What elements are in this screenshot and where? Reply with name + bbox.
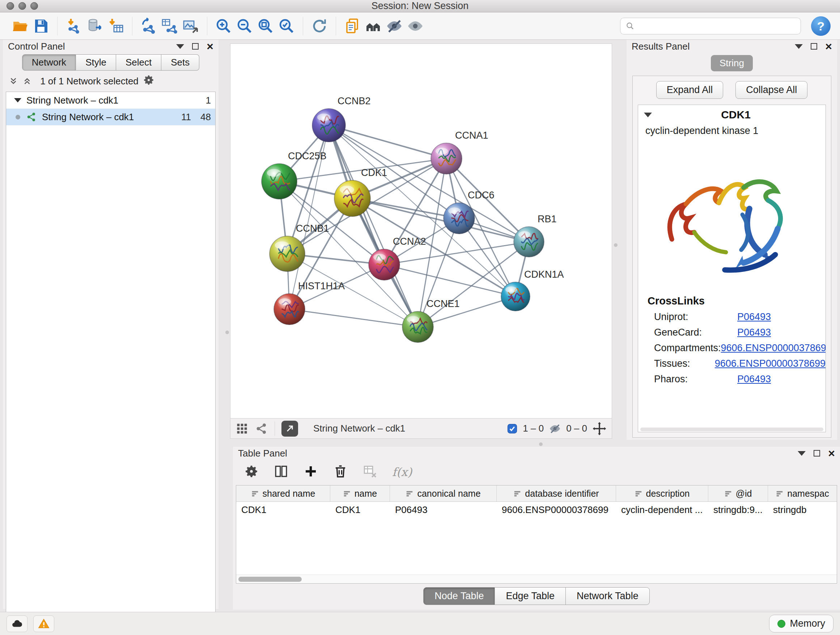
tab-sets[interactable]: Sets bbox=[161, 54, 199, 71]
splitter-handle[interactable] bbox=[614, 243, 617, 247]
collapse-panel-button[interactable] bbox=[176, 44, 184, 49]
cell-shared-name[interactable]: CDK1 bbox=[236, 502, 330, 518]
tab-style[interactable]: Style bbox=[76, 54, 116, 71]
network-edge[interactable] bbox=[329, 125, 418, 327]
birds-eye-view-button[interactable] bbox=[235, 422, 248, 435]
network-from-selection-button[interactable] bbox=[138, 16, 159, 36]
toolbar-separator bbox=[132, 17, 133, 35]
zoom-fit-button[interactable] bbox=[255, 16, 276, 36]
hidden-eye-off-icon[interactable] bbox=[549, 423, 561, 435]
search-input[interactable] bbox=[638, 21, 796, 32]
entry-collapse-icon[interactable] bbox=[644, 112, 652, 117]
network-canvas[interactable]: CCNB2CCNA1CDC25BCDK1CDC6RB1CCNB1CCNA2CDK… bbox=[231, 44, 612, 418]
tree-expand-icon[interactable] bbox=[14, 98, 21, 103]
float-table-button[interactable] bbox=[813, 450, 820, 456]
results-scrollbar[interactable] bbox=[640, 428, 823, 431]
delete-column-button[interactable] bbox=[333, 464, 348, 480]
pharos-link[interactable]: P06493 bbox=[737, 374, 771, 385]
tab-edge-table[interactable]: Edge Table bbox=[495, 587, 566, 605]
scrollbar-thumb[interactable] bbox=[238, 577, 302, 582]
column-header-id[interactable]: @id bbox=[708, 486, 768, 501]
cell-id[interactable]: stringdb:9... bbox=[708, 502, 768, 518]
tab-select[interactable]: Select bbox=[116, 54, 161, 71]
collapse-results-button[interactable] bbox=[795, 44, 803, 49]
import-network-from-file-button[interactable] bbox=[63, 16, 84, 36]
expand-all-networks-button[interactable] bbox=[9, 76, 18, 86]
compartments-link[interactable]: 9606.ENSP00000378699 bbox=[721, 342, 826, 354]
splitter-handle[interactable] bbox=[225, 331, 229, 334]
column-header-database-identifier[interactable]: database identifier bbox=[497, 486, 616, 501]
close-table-button[interactable]: × bbox=[828, 448, 835, 459]
cell-description[interactable]: cyclin-dependent ... bbox=[616, 502, 708, 518]
string-results-box: Expand All Collapse All CDK1 cyclin-depe… bbox=[632, 76, 831, 438]
show-all-button[interactable] bbox=[405, 16, 426, 36]
save-session-button[interactable] bbox=[30, 16, 51, 36]
hide-selected-button[interactable] bbox=[384, 16, 405, 36]
detach-view-button[interactable] bbox=[281, 421, 298, 437]
apply-layout-button[interactable] bbox=[309, 16, 330, 36]
node-label: CCNE1 bbox=[426, 298, 460, 309]
zoom-in-button[interactable] bbox=[213, 16, 234, 36]
tab-network-table[interactable]: Network Table bbox=[566, 587, 650, 605]
cloud-status-button[interactable] bbox=[6, 616, 27, 632]
home-button[interactable] bbox=[363, 16, 384, 36]
duplicate-document-button[interactable] bbox=[342, 16, 363, 36]
tab-node-table[interactable]: Node Table bbox=[423, 587, 495, 605]
chevron-down-icon bbox=[176, 44, 184, 49]
cell-namespace[interactable]: stringdb bbox=[768, 502, 837, 518]
column-header-name[interactable]: name bbox=[330, 486, 390, 501]
float-panel-button[interactable] bbox=[192, 43, 199, 50]
network-overview-button[interactable] bbox=[255, 422, 268, 435]
show-columns-button[interactable] bbox=[273, 464, 289, 480]
table-horizontal-scrollbar bbox=[236, 575, 837, 583]
zoom-in-icon bbox=[215, 17, 232, 35]
table-row[interactable]: CDK1 CDK1 P06493 9606.ENSP00000378699 cy… bbox=[236, 502, 837, 518]
network-edge[interactable] bbox=[289, 309, 418, 327]
column-header-shared-name[interactable]: shared name bbox=[236, 486, 330, 501]
move-crosshair-icon[interactable] bbox=[592, 421, 607, 436]
splitter-handle[interactable] bbox=[539, 442, 543, 446]
expand-all-button[interactable]: Expand All bbox=[656, 81, 723, 99]
column-header-description[interactable]: description bbox=[616, 486, 708, 501]
column-header-namespace[interactable]: namespac bbox=[768, 486, 837, 501]
table-options-button[interactable] bbox=[244, 464, 259, 480]
network-options-button[interactable] bbox=[142, 74, 155, 89]
collapse-table-button[interactable] bbox=[798, 451, 806, 456]
string-tab-badge[interactable]: String bbox=[711, 55, 753, 71]
column-header-canonical-name[interactable]: canonical name bbox=[390, 486, 497, 501]
column-type-icon bbox=[251, 489, 259, 497]
uniprot-link[interactable]: P06493 bbox=[737, 311, 771, 323]
collapse-all-networks-button[interactable] bbox=[22, 76, 32, 86]
network-node-ccne1[interactable] bbox=[402, 311, 433, 342]
export-image-button[interactable] bbox=[180, 16, 201, 36]
memory-button[interactable]: Memory bbox=[769, 615, 834, 632]
clear-table-button-disabled[interactable] bbox=[363, 464, 378, 480]
network-node-rb1[interactable] bbox=[514, 226, 544, 257]
control-panel: Control Panel × Network Style Select Set… bbox=[3, 40, 218, 609]
help-button[interactable]: ? bbox=[811, 16, 831, 36]
network-collection-row[interactable]: String Network – cdk1 1 bbox=[6, 92, 215, 109]
cell-name[interactable]: CDK1 bbox=[330, 502, 390, 518]
open-session-button[interactable] bbox=[9, 16, 30, 36]
network-from-table-button[interactable] bbox=[159, 16, 180, 36]
function-builder-button[interactable]: f(x) bbox=[392, 465, 412, 479]
cloud-icon bbox=[11, 618, 23, 630]
tab-network[interactable]: Network bbox=[22, 54, 76, 71]
zoom-selected-button[interactable] bbox=[276, 16, 297, 36]
close-panel-button[interactable]: × bbox=[207, 41, 213, 52]
warnings-button[interactable] bbox=[33, 616, 54, 632]
network-row-selected[interactable]: String Network – cdk1 11 48 bbox=[6, 109, 215, 125]
tissues-link[interactable]: 9606.ENSP00000378699 bbox=[715, 358, 826, 369]
add-column-button[interactable] bbox=[303, 464, 318, 480]
selected-nodes-checkbox-icon[interactable] bbox=[507, 423, 518, 434]
genecard-link[interactable]: P06493 bbox=[737, 327, 771, 338]
network-node-cdc25b[interactable] bbox=[262, 164, 297, 199]
zoom-out-button[interactable] bbox=[234, 16, 255, 36]
collapse-all-button[interactable]: Collapse All bbox=[736, 81, 807, 99]
import-table-button[interactable] bbox=[105, 16, 126, 36]
close-results-button[interactable]: × bbox=[825, 41, 832, 52]
import-network-from-database-button[interactable] bbox=[84, 16, 105, 36]
cell-canonical-name[interactable]: P06493 bbox=[390, 502, 497, 518]
cell-database-identifier[interactable]: 9606.ENSP00000378699 bbox=[497, 502, 616, 518]
float-results-button[interactable] bbox=[811, 43, 817, 50]
